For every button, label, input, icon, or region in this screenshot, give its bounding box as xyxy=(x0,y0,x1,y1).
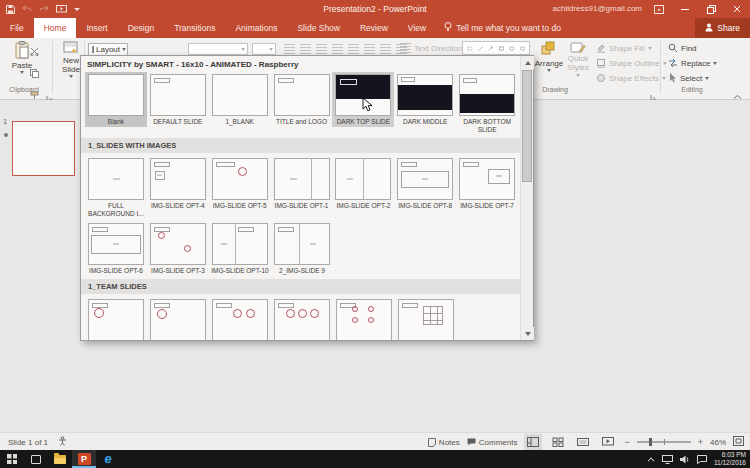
bullets-icon[interactable] xyxy=(332,44,343,54)
layout-option-team-opt-5[interactable]: TEAM OPT-5 xyxy=(333,297,395,340)
restore-button[interactable] xyxy=(698,0,724,18)
arrange-button[interactable]: Arrange xyxy=(536,41,562,72)
file-explorer-button[interactable] xyxy=(48,450,72,468)
tab-transitions[interactable]: Transitions xyxy=(164,18,225,38)
display-tray-icon[interactable] xyxy=(662,450,673,468)
tell-me-box[interactable]: Tell me what you want to do xyxy=(436,18,569,38)
shape-outline-button[interactable]: Shape Outline xyxy=(596,58,667,68)
shapes-gallery[interactable] xyxy=(462,41,530,55)
layout-option-img-slide-opt-2[interactable]: IMG-SLIDE OPT-2 xyxy=(332,156,394,211)
share-button[interactable]: Share xyxy=(695,18,750,38)
layout-option-img-slide-opt-3[interactable]: IMG-SLIDE OPT-3 xyxy=(147,221,209,276)
comments-button[interactable]: Comments xyxy=(467,438,518,447)
layout-option-img-slide-opt-6[interactable]: IMG-SLIDE OPT-6 xyxy=(85,221,147,276)
copy-icon[interactable] xyxy=(30,64,39,82)
edge-taskbar-button[interactable]: e xyxy=(96,450,120,468)
layout-option-blank[interactable]: Blank xyxy=(85,72,147,127)
zoom-slider-thumb[interactable] xyxy=(649,438,652,446)
scroll-down-icon[interactable] xyxy=(521,327,534,340)
layout-option-img-slide-opt-5[interactable]: IMG-SLIDE OPT-5 xyxy=(209,156,271,211)
decrease-font-icon[interactable] xyxy=(300,44,311,54)
reading-view-button[interactable] xyxy=(574,434,592,450)
numbering-icon[interactable] xyxy=(348,44,359,54)
layout-option-img-slide-opt-7[interactable]: IMG-SLIDE OPT-7 xyxy=(456,156,518,211)
layout-option-team-opt-3[interactable]: TEAM OPT-3 xyxy=(209,297,271,340)
start-button[interactable] xyxy=(0,450,24,468)
normal-view-button[interactable] xyxy=(524,434,542,450)
powerpoint-taskbar-button[interactable]: P xyxy=(72,450,96,468)
text-direction-button[interactable]: Text Direction xyxy=(400,43,469,53)
task-view-button[interactable] xyxy=(24,450,48,468)
increase-indent-icon[interactable] xyxy=(380,44,391,54)
tab-view[interactable]: View xyxy=(398,18,436,38)
show-hidden-icons-chevron[interactable] xyxy=(647,457,654,464)
layout-option-dark-bottom-slide[interactable]: DARK BOTTOM SLIDE xyxy=(456,72,518,135)
account-email[interactable]: achildress91@gmail.com xyxy=(553,0,643,18)
volume-tray-icon[interactable] xyxy=(680,450,690,468)
layout-option-img-slide-opt-1[interactable]: IMG-SLIDE OPT-1 xyxy=(271,156,333,211)
layout-option-dark-middle[interactable]: DARK MIDDLE xyxy=(394,72,456,127)
fit-slide-to-window-icon[interactable] xyxy=(733,436,744,448)
layout-option-label: DEFAULT SLIDE xyxy=(149,118,207,126)
zoom-slider[interactable] xyxy=(637,441,691,443)
layout-gallery-dropdown: SIMPLICITY by SMART - 16x10 - ANIMATED -… xyxy=(80,55,534,341)
action-center-tray-icon[interactable] xyxy=(697,450,707,468)
layout-option-default-slide[interactable]: DEFAULT SLIDE xyxy=(147,72,209,127)
tab-home[interactable]: Home xyxy=(34,18,77,38)
font-size-combo[interactable] xyxy=(252,43,276,55)
shape-outline-icon xyxy=(596,58,606,68)
scroll-up-icon[interactable] xyxy=(521,56,534,69)
layout-option-1-blank[interactable]: 1_BLANK xyxy=(209,72,271,127)
slide-show-button[interactable] xyxy=(599,434,617,450)
select-button[interactable]: Select xyxy=(668,73,709,83)
clear-formatting-icon[interactable] xyxy=(316,44,327,54)
scrollbar-thumb[interactable] xyxy=(522,70,532,182)
shape-fill-button[interactable]: Shape Fill xyxy=(596,43,652,53)
accessibility-icon[interactable] xyxy=(58,436,67,448)
layout-option-img-slide-opt-8[interactable]: IMG-SLIDE OPT-8 xyxy=(394,156,456,211)
layout-thumbnail xyxy=(335,74,391,116)
slide-sorter-view-button[interactable] xyxy=(549,434,567,450)
layout-option-label: DARK TOP SLIDE xyxy=(334,118,392,126)
layout-option-img-slide-opt-4[interactable]: IMG-SLIDE OPT-4 xyxy=(147,156,209,211)
layout-option-team-opt-1[interactable]: TEAM OPT-1 xyxy=(85,297,147,340)
layout-option-team-opt-4[interactable]: TEAM OPT-4 xyxy=(271,297,333,340)
tab-review[interactable]: Review xyxy=(350,18,398,38)
shape-effects-icon xyxy=(596,73,606,83)
layout-option-2-img-slide-9[interactable]: 2_IMG-SLIDE 9 xyxy=(271,221,333,276)
layout-option-img-slide-opt-10[interactable]: IMG-SLIDE OPT-10 xyxy=(209,221,271,276)
layout-option-title-and-logo[interactable]: TITLE and LOGO xyxy=(271,72,333,127)
zoom-in-icon[interactable]: + xyxy=(698,437,703,447)
tab-slide-show[interactable]: Slide Show xyxy=(287,18,350,38)
rounded-rectangle-shape-icon xyxy=(520,44,526,53)
notes-button[interactable]: Notes xyxy=(428,438,460,447)
tab-animations[interactable]: Animations xyxy=(225,18,287,38)
zoom-out-icon[interactable]: − xyxy=(624,437,629,447)
tab-insert[interactable]: Insert xyxy=(76,18,117,38)
layout-thumbnail xyxy=(274,223,330,265)
font-name-combo[interactable] xyxy=(188,43,248,55)
increase-font-icon[interactable] xyxy=(284,44,295,54)
ribbon-display-options-icon[interactable] xyxy=(646,0,672,18)
gallery-scrollbar[interactable] xyxy=(520,56,533,340)
decrease-indent-icon[interactable] xyxy=(364,44,375,54)
quick-styles-button[interactable]: Quick Styles xyxy=(564,41,592,77)
rectangle-shape-icon xyxy=(467,44,473,53)
layout-thumbnail xyxy=(212,158,268,200)
layout-option-team-opt-6[interactable]: TEAM OPT-6 xyxy=(395,297,457,340)
tab-design[interactable]: Design xyxy=(118,18,164,38)
zoom-level[interactable]: 46% xyxy=(710,438,726,447)
layout-option-full-background-i-[interactable]: FULL BACKGROUND I... xyxy=(85,156,147,219)
slide-thumbnail[interactable] xyxy=(12,121,75,176)
close-button[interactable] xyxy=(724,0,750,18)
layout-option-team-opt-2[interactable]: TEAM OPT-2 xyxy=(147,297,209,340)
shape-effects-button[interactable]: Shape Effects xyxy=(596,73,666,83)
replace-button[interactable]: Replace xyxy=(668,58,717,68)
layout-thumbnail xyxy=(459,74,515,116)
find-button[interactable]: Find xyxy=(668,43,697,53)
clock[interactable]: 6:03 PM 11/12/2016 xyxy=(714,451,746,467)
tab-file[interactable]: File xyxy=(0,18,34,38)
cut-icon[interactable] xyxy=(30,42,39,60)
layout-option-dark-top-slide[interactable]: DARK TOP SLIDE xyxy=(332,72,394,127)
minimize-button[interactable] xyxy=(672,0,698,18)
